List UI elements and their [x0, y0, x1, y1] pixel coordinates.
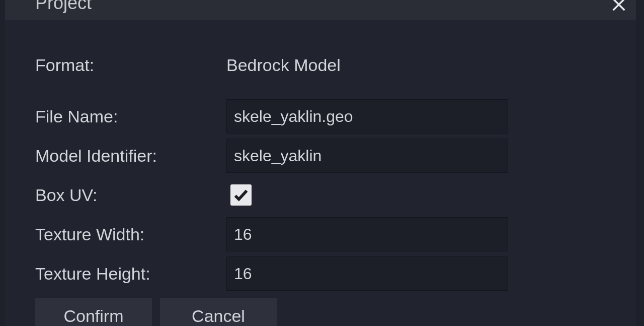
box-uv-label: Box UV:	[35, 185, 226, 205]
project-dialog: Project Format: Bedrock Model File Name:…	[5, 0, 636, 326]
box-uv-checkbox[interactable]	[230, 184, 252, 206]
format-row: Format: Bedrock Model	[35, 45, 606, 85]
texture-height-input[interactable]	[226, 256, 508, 291]
box-uv-row: Box UV:	[35, 175, 606, 215]
texture-width-label: Texture Width:	[35, 225, 226, 244]
format-value: Bedrock Model	[226, 55, 341, 75]
model-identifier-label: Model Identifier:	[35, 146, 226, 166]
confirm-button[interactable]: Confirm	[35, 298, 152, 326]
texture-height-row: Texture Height:	[35, 254, 606, 293]
dialog-titlebar: Project	[5, 0, 636, 20]
close-button[interactable]	[609, 0, 629, 16]
model-identifier-input[interactable]	[226, 139, 508, 173]
dialog-button-row: Confirm Cancel	[35, 293, 606, 326]
texture-width-row: Texture Width:	[35, 215, 606, 254]
texture-width-input[interactable]	[226, 217, 508, 251]
cancel-button[interactable]: Cancel	[160, 298, 277, 326]
file-name-label: File Name:	[35, 107, 226, 126]
format-label: Format:	[35, 55, 226, 75]
texture-height-label: Texture Height:	[35, 264, 226, 284]
dialog-title: Project	[35, 0, 92, 12]
dialog-content: Format: Bedrock Model File Name: Model I…	[5, 20, 636, 326]
check-icon	[232, 186, 250, 204]
model-identifier-row: Model Identifier:	[35, 136, 606, 175]
close-icon	[610, 0, 627, 13]
file-name-input[interactable]	[226, 99, 508, 134]
file-name-row: File Name:	[35, 97, 606, 136]
